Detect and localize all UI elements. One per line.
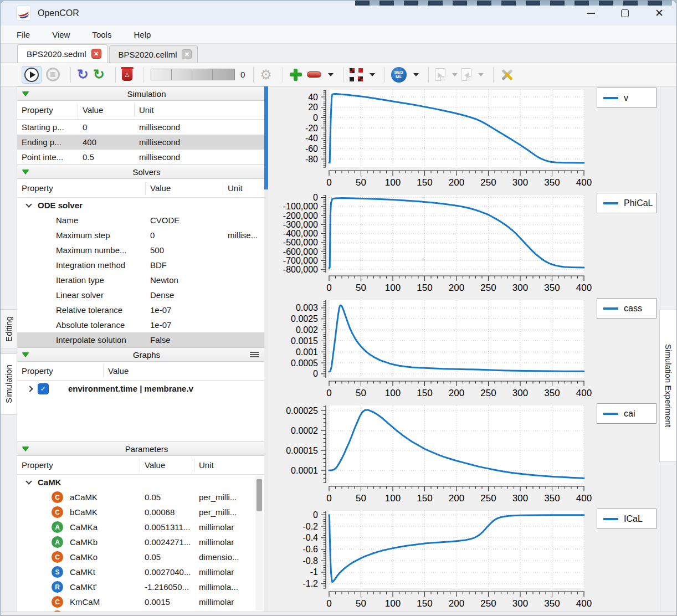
scrollbar-thumb[interactable] <box>257 479 262 511</box>
svg-text:150: 150 <box>417 177 432 188</box>
menu-view[interactable]: View <box>44 28 78 42</box>
import-data-button[interactable] <box>435 66 445 84</box>
collapse-triangle-icon[interactable] <box>22 352 29 357</box>
panel-splitter[interactable] <box>264 86 268 612</box>
parameter-type-icon: R <box>52 581 63 593</box>
graph-legends: vPhiCaLcasscaiICaL <box>596 86 660 612</box>
run-simulation-button[interactable] <box>22 66 42 84</box>
remove-graph-panel-button[interactable] <box>307 66 321 84</box>
solver-row[interactable]: Absolute tolerance1e-07 <box>17 317 264 332</box>
svg-text:-200,000: -200,000 <box>283 211 318 220</box>
clear-results-button[interactable]: △ <box>122 66 132 84</box>
parameter-row[interactable]: CaCaMK0.05per_milli... <box>17 490 264 505</box>
export-dropdown-icon[interactable] <box>478 73 484 76</box>
graph-panel-PhiCaL[interactable]: 0-100,000-200,000-300,000-400,000-500,00… <box>268 192 596 297</box>
legend-PhiCaL[interactable]: PhiCaL <box>597 193 657 213</box>
maximize-button[interactable] <box>608 1 642 25</box>
parameter-row[interactable]: CbCaMK0.00068per_milli... <box>17 505 264 520</box>
reload-view-button[interactable]: ↻ <box>93 66 105 84</box>
stop-simulation-button[interactable] <box>46 66 60 84</box>
menu-tools[interactable]: Tools <box>84 28 119 42</box>
interaction-dropdown-icon[interactable] <box>370 73 375 76</box>
parameters-scrollbar[interactable] <box>255 476 263 610</box>
minimize-button[interactable] <box>573 1 608 25</box>
collapse-triangle-icon[interactable] <box>22 170 29 174</box>
interaction-mode-button[interactable] <box>350 66 363 84</box>
legend-cai[interactable]: cai <box>597 403 657 424</box>
graph-checkbox[interactable]: ✓ <box>38 383 49 394</box>
tab-close-icon[interactable]: ✕ <box>91 49 101 59</box>
svg-text:200: 200 <box>449 283 464 293</box>
legend-line-icon <box>603 518 618 520</box>
camk-group-row[interactable]: CaMK <box>17 475 264 490</box>
chart-canvas-cai[interactable]: 0.000250.00020.000150.000105010015020025… <box>268 402 596 507</box>
solver-row[interactable]: Interpolate solutionFalse <box>17 332 264 347</box>
svg-text:350: 350 <box>544 493 560 504</box>
simulation-row[interactable]: Starting p...0millisecond <box>17 120 264 135</box>
solver-row[interactable]: Maximum numbe...500 <box>17 243 264 258</box>
toolbar: ↻ ↻ △ 0 ⚙ SEDML <box>1 63 676 86</box>
chevron-down-icon[interactable] <box>25 201 32 207</box>
tab-cellml[interactable]: BPS2020.cellml ✕ <box>109 45 198 63</box>
parameter-row[interactable]: CKmCaM0.0015millimolar <box>17 594 264 609</box>
column-value: Value <box>140 459 194 472</box>
remove-panel-dropdown-icon[interactable] <box>328 73 334 76</box>
menu-help[interactable]: Help <box>126 28 158 42</box>
solver-row[interactable]: NameCVODE <box>17 213 264 228</box>
graph-row[interactable]: ✓ environment.time | membrane.v <box>17 381 264 397</box>
tab-simulation-experiment[interactable]: Simulation Experiment <box>659 310 676 462</box>
parameter-row[interactable]: ACaMKa0.0051311...millimolar <box>17 520 264 535</box>
chevron-right-icon[interactable] <box>27 386 33 392</box>
svg-text:0.001: 0.001 <box>296 347 318 357</box>
legend-cell-cass: cass <box>596 297 660 402</box>
legend-ICaL[interactable]: ICaL <box>597 509 657 529</box>
simulation-row[interactable]: Ending p...400millisecond <box>17 135 264 150</box>
graphs-menu-icon[interactable] <box>250 352 259 358</box>
close-button[interactable]: ✕ <box>642 1 676 25</box>
sedml-dropdown-icon[interactable] <box>413 73 419 76</box>
ode-solver-group-row[interactable]: ODE solver <box>17 198 264 213</box>
window-controls: ✕ <box>573 1 676 25</box>
chevron-down-icon[interactable] <box>25 478 32 484</box>
graph-panel-cai[interactable]: 0.000250.00020.000150.000105010015020025… <box>268 402 596 507</box>
export-data-button[interactable] <box>461 66 471 84</box>
solver-row[interactable]: Integration methodBDF <box>17 258 264 273</box>
tab-sedml[interactable]: BPS2020.sedml ✕ <box>17 44 107 63</box>
parameter-row[interactable]: SCaMKt0.0027040...millimolar <box>17 564 264 579</box>
reset-parameters-button[interactable]: ↻ <box>77 66 89 84</box>
solver-row[interactable]: Iteration typeNewton <box>17 273 264 288</box>
legend-cass[interactable]: cass <box>597 298 657 319</box>
simulation-settings-button[interactable]: ⚙ <box>260 66 272 84</box>
simulation-section-header[interactable]: Simulation <box>17 86 264 101</box>
chart-canvas-v[interactable]: 40200-20-40-60-8005010015020025030035040… <box>268 86 596 192</box>
solver-row[interactable]: Maximum step0millise... <box>17 228 264 243</box>
chart-canvas-cass[interactable]: 0.0030.00250.0020.00150.0010.00050050100… <box>268 297 596 402</box>
plus-icon <box>289 68 302 81</box>
solver-row[interactable]: Relative tolerance1e-07 <box>17 302 264 317</box>
graphs-section-header[interactable]: Graphs <box>17 347 264 362</box>
graph-panel-cass[interactable]: 0.0030.00250.0020.00150.0010.00050050100… <box>268 297 596 402</box>
graph-panel-v[interactable]: 40200-20-40-60-8005010015020025030035040… <box>268 86 596 192</box>
legend-v[interactable]: v <box>597 88 657 108</box>
graph-panel-ICaL[interactable]: 0-0.2-0.4-0.6-0.8-1-1.205010015020025030… <box>268 507 596 613</box>
parameter-row[interactable]: ACaMKb0.0024271...millimolar <box>17 535 264 550</box>
menu-file[interactable]: File <box>9 28 38 42</box>
chart-canvas-ICaL[interactable]: 0-0.2-0.4-0.6-0.8-1-1.205010015020025030… <box>268 507 596 613</box>
simulation-row[interactable]: Point inte...0.5millisecond <box>17 150 264 165</box>
mode-tab-editing[interactable]: Editing <box>1 309 17 348</box>
parameter-row[interactable]: CCaMKo0.05dimensio... <box>17 550 264 564</box>
preferences-button[interactable] <box>500 66 514 84</box>
tab-close-icon[interactable]: ✕ <box>182 49 192 59</box>
chart-canvas-PhiCaL[interactable]: 0-100,000-200,000-300,000-400,000-500,00… <box>268 192 596 297</box>
import-dropdown-icon[interactable] <box>452 73 458 76</box>
add-graph-panel-button[interactable] <box>289 66 302 84</box>
solver-row[interactable]: Linear solverDense <box>17 288 264 302</box>
collapse-triangle-icon[interactable] <box>22 446 29 451</box>
solvers-section-header[interactable]: Solvers <box>17 165 264 179</box>
sedml-export-button[interactable]: SEDML <box>391 66 407 84</box>
close-icon: ✕ <box>655 8 664 18</box>
collapse-triangle-icon[interactable] <box>22 91 29 96</box>
parameters-section-header[interactable]: Parameters <box>17 442 264 456</box>
parameter-row[interactable]: RCaMKt'-1.216050...millimola... <box>17 579 264 594</box>
mode-tab-simulation[interactable]: Simulation <box>1 353 17 415</box>
